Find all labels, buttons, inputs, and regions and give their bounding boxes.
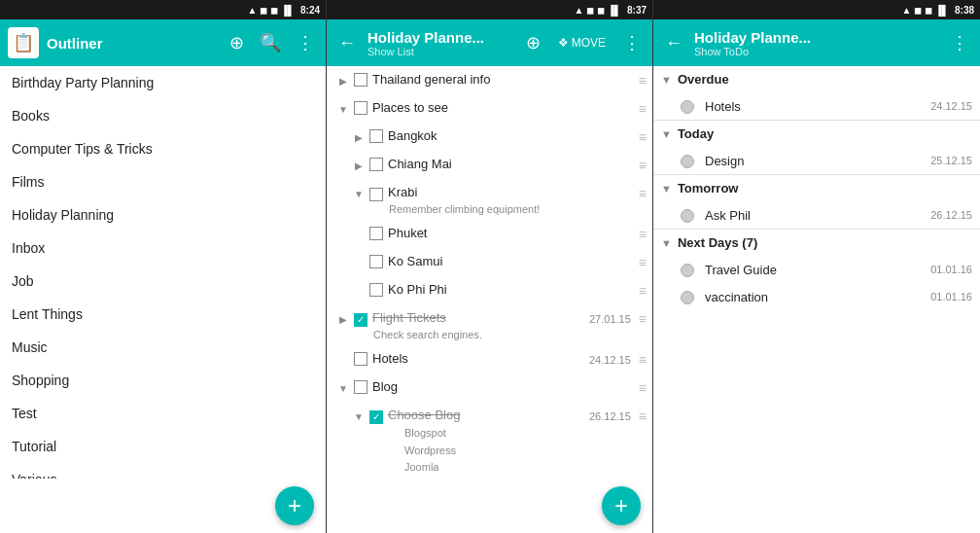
list-item[interactable]: Tutorial: [0, 430, 326, 463]
right-subtitle: Show ToDo: [694, 46, 939, 57]
time-left: 8:24: [300, 5, 320, 16]
section-nextdays[interactable]: ▼ Next Days (7): [653, 230, 980, 256]
arrow-btn[interactable]: ▶: [350, 157, 368, 174]
list-item[interactable]: Shopping: [0, 364, 326, 397]
item-text: Thailand general info: [372, 71, 635, 89]
todo-item-travelguide[interactable]: Travel Guide 01.01.16: [653, 256, 980, 283]
left-panel: ▲ ◼ ◼ ▐▌ 8:24 📋 Outliner ⊕ 🔍 ⋮ Birthday …: [0, 0, 327, 533]
outliner-list: Birthday Party Planning Books Computer T…: [0, 66, 326, 479]
mid-panel: ▲ ◼ ◼ ▐▌ 8:37 ← Holiday Planne... Show L…: [327, 0, 653, 533]
outline-item-thailand[interactable]: ▶ Thailand general info ≡: [327, 66, 652, 94]
arrow-btn[interactable]: ▼: [350, 408, 368, 425]
arrow-btn[interactable]: ▼: [334, 100, 352, 118]
checkbox[interactable]: [354, 352, 368, 366]
todo-item-vaccination[interactable]: vaccination 01.01.16: [653, 283, 980, 310]
right-panel: ▲ ◼ ◼ ▐▌ 8:38 ← Holiday Planne... Show T…: [653, 0, 980, 533]
todo-item-design[interactable]: Design 25.12.15: [653, 147, 980, 174]
arrow-btn[interactable]: ▼: [350, 185, 368, 202]
outline-item-krabi[interactable]: ▼ Krabi ≡ Remember climbing equipment!: [327, 179, 652, 220]
outline-item-bangkok[interactable]: ▶ Bangkok ≡: [327, 123, 652, 151]
todo-circle[interactable]: [681, 291, 694, 304]
fab-add-mid[interactable]: +: [602, 486, 641, 525]
outline-item-blog[interactable]: ▼ Blog ≡: [327, 373, 652, 402]
outline-item-chooseblog[interactable]: ▼ Choose Blog 26.12.15 ≡ Blogspot Wordpr…: [327, 402, 652, 479]
drag-handle: ≡: [635, 283, 647, 299]
status-icons-left: ▲ ◼ ◼ ▐▌: [248, 5, 295, 16]
checkbox[interactable]: [354, 380, 368, 394]
more-icon-mid[interactable]: ⋮: [619, 28, 645, 57]
item-text: Places to see: [372, 99, 635, 117]
todo-list: ▼ Overdue Hotels 24.12.15 ▼ Today Design…: [653, 66, 980, 533]
checkbox[interactable]: [369, 129, 383, 143]
list-item[interactable]: Holiday Planning: [0, 198, 326, 231]
item-date: 24.12.15: [589, 354, 631, 366]
outline-item-kophiphi[interactable]: Ko Phi Phi ≡: [327, 276, 652, 304]
list-item[interactable]: Computer Tips & Tricks: [0, 132, 326, 165]
outline-item-flights[interactable]: ▶ Flight Tickets 27.01.15 ≡ Check search…: [327, 304, 652, 345]
checkbox[interactable]: [354, 101, 368, 115]
outline-item-kosamui[interactable]: Ko Samui ≡: [327, 248, 652, 276]
list-item[interactable]: Music: [0, 331, 326, 364]
expand-icon[interactable]: ⊕: [522, 28, 544, 57]
back-button-mid[interactable]: ←: [334, 29, 360, 57]
list-item[interactable]: Books: [0, 99, 326, 132]
outline-item-hotels[interactable]: Hotels 24.12.15 ≡: [327, 345, 652, 373]
outline-item-phuket[interactable]: Phuket ≡: [327, 220, 652, 248]
list-item[interactable]: Test: [0, 397, 326, 430]
todo-item-hotels[interactable]: Hotels 24.12.15: [653, 92, 980, 120]
checkbox[interactable]: [369, 283, 383, 297]
list-item[interactable]: Inbox: [0, 231, 326, 265]
more-icon[interactable]: ⋮: [293, 28, 318, 57]
add-icon[interactable]: ⊕: [226, 28, 248, 57]
top-bar-left: 📋 Outliner ⊕ 🔍 ⋮: [0, 19, 326, 66]
fab-add-left[interactable]: +: [275, 486, 314, 525]
item-text: Chiang Mai: [388, 156, 635, 173]
checkbox[interactable]: [369, 255, 383, 268]
checkbox[interactable]: [369, 158, 383, 171]
section-today[interactable]: ▼ Today: [653, 121, 980, 147]
app-title-left: Outliner: [47, 35, 218, 52]
arrow-btn[interactable]: ▶: [334, 72, 352, 89]
section-arrow: ▼: [661, 128, 672, 140]
todo-circle[interactable]: [681, 209, 694, 223]
status-bar-right: ▲ ◼ ◼ ▐▌ 8:38: [653, 0, 980, 19]
item-text: Choose Blog: [388, 407, 589, 424]
checkbox[interactable]: [369, 227, 383, 240]
todo-item-askphil[interactable]: Ask Phil 26.12.15: [653, 201, 980, 229]
section-arrow: ▼: [661, 183, 672, 195]
more-icon-right[interactable]: ⋮: [947, 28, 972, 57]
todo-circle[interactable]: [681, 155, 694, 168]
list-item[interactable]: Films: [0, 165, 326, 198]
todo-item-text: vaccination: [705, 290, 768, 304]
arrow-btn[interactable]: ▼: [334, 379, 352, 397]
arrow-btn[interactable]: ▶: [350, 128, 368, 146]
drag-handle: ≡: [635, 158, 647, 173]
list-item[interactable]: Various: [0, 463, 326, 479]
section-tomorrow[interactable]: ▼ Tomorrow: [653, 175, 980, 201]
checkbox[interactable]: [369, 188, 383, 201]
item-note: Check search engines.: [373, 329, 647, 340]
section-overdue[interactable]: ▼ Overdue: [653, 66, 980, 92]
item-date: 27.01.15: [589, 313, 631, 325]
back-button-right[interactable]: ←: [661, 29, 686, 57]
checkbox[interactable]: [369, 410, 383, 424]
list-item[interactable]: Job: [0, 265, 326, 298]
outline-list: ▶ Thailand general info ≡ ▼ Places to se…: [327, 66, 652, 479]
status-icons-mid: ▲ ◼ ◼ ▐▌: [575, 5, 621, 16]
list-item[interactable]: Lent Things: [0, 298, 326, 331]
todo-circle[interactable]: [681, 100, 694, 114]
status-bar-mid: ▲ ◼ ◼ ▐▌ 8:37: [327, 0, 652, 19]
item-text: Phuket: [388, 225, 635, 242]
todo-circle[interactable]: [681, 264, 694, 277]
outline-item-chiangmai[interactable]: ▶ Chiang Mai ≡: [327, 151, 652, 179]
outline-item-places[interactable]: ▼ Places to see ≡: [327, 94, 652, 123]
search-icon[interactable]: 🔍: [256, 28, 285, 57]
drag-handle: ≡: [635, 73, 647, 89]
todo-item-date: 26.12.15: [930, 209, 972, 221]
section-label: Today: [678, 126, 714, 141]
move-button[interactable]: ❖ MOVE: [552, 32, 612, 53]
list-item[interactable]: Birthday Party Planning: [0, 66, 326, 99]
checkbox[interactable]: [354, 313, 368, 327]
checkbox[interactable]: [354, 73, 368, 87]
arrow-btn[interactable]: ▶: [334, 310, 352, 328]
